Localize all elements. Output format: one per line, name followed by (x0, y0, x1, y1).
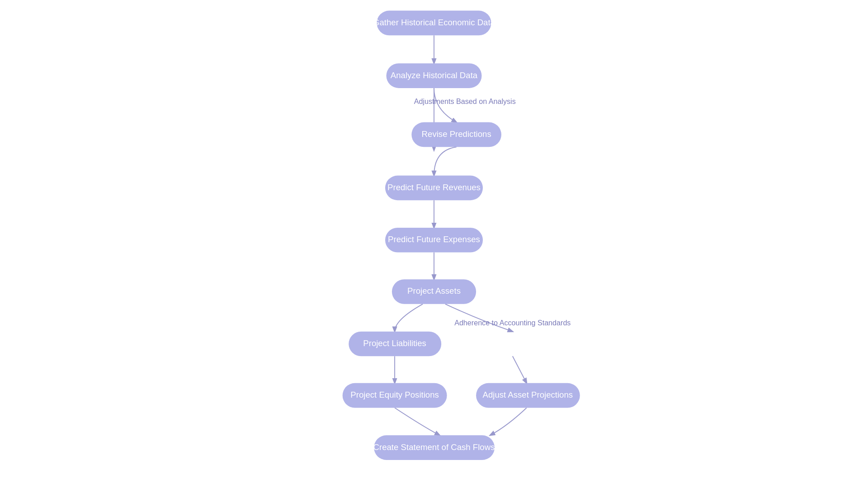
arrow-branch-adjust (513, 356, 527, 383)
flowchart-container: Adjustments Based on Analysis Adherence … (0, 0, 868, 488)
node-project-assets-label: Project Assets (407, 286, 461, 296)
arrow-equity-cash (395, 408, 439, 435)
arrow-analyze-revise (434, 88, 457, 122)
node-predict-exp-label: Predict Future Expenses (388, 235, 480, 244)
node-revise-label: Revise Predictions (422, 129, 491, 139)
arrow-adjust-cash (490, 408, 527, 435)
arrow-revise-predictrev (434, 147, 457, 175)
arrow-assets-liab (395, 304, 423, 332)
node-cash-flows-label: Create Statement of Cash Flows (373, 442, 495, 452)
node-adjust-assets-label: Adjust Asset Projections (482, 390, 573, 399)
edge-label-adjustments: Adjustments Based on Analysis (414, 97, 516, 105)
node-analyze-label: Analyze Historical Data (391, 70, 478, 80)
edge-label-adherence: Adherence to Accounting Standards (454, 319, 571, 327)
arrow-assets-adherence (445, 304, 513, 332)
node-project-liab-label: Project Liabilities (363, 338, 426, 348)
node-gather-label: Gather Historical Economic Data (373, 18, 495, 27)
node-predict-rev-label: Predict Future Revenues (387, 183, 481, 192)
node-project-equity-label: Project Equity Positions (350, 390, 439, 399)
